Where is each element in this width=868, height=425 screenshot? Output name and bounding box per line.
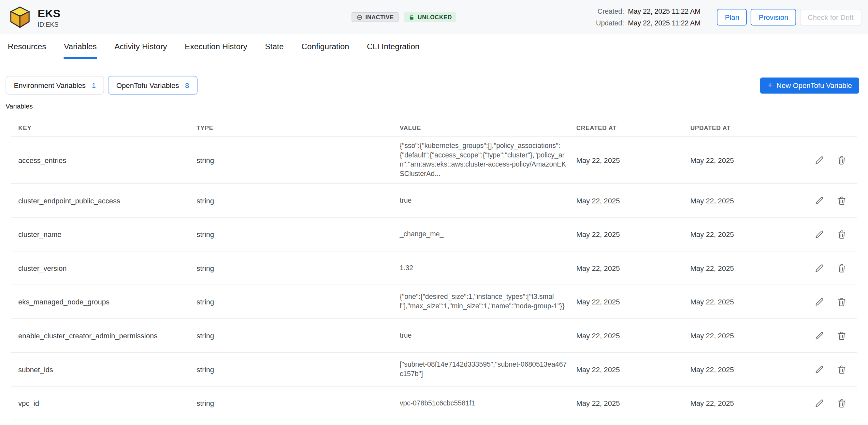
pencil-icon [815,297,824,307]
variable-value: ["subnet-08f14e7142d333595","subnet-0680… [400,356,577,383]
trash-icon [837,398,846,408]
variable-type-filters: Environment Variables 1 OpenTofu Variabl… [5,76,197,95]
tab-label: Activity History [114,42,167,51]
variable-created-at: May 22, 2025 [577,192,690,209]
delete-variable-button[interactable] [836,154,847,166]
variable-type: string [196,327,400,344]
variable-value: {"one":{"desired_size":1,"instance_types… [400,288,577,315]
eks-logo-icon [8,5,32,29]
edit-variable-button[interactable] [814,229,826,240]
variable-key: subnet_ids [18,361,196,378]
variables-table-body: access_entries string {"sso":{"kubernete… [11,137,857,420]
tab-label: Execution History [185,42,247,51]
pencil-icon [815,263,824,273]
header-actions: Plan Provision Check for Drift [717,9,862,25]
variable-value: 1.32 [400,259,577,277]
variable-updated-at: May 22, 2025 [690,192,804,209]
provision-button[interactable]: Provision [751,9,796,25]
edit-variable-button[interactable] [814,194,826,206]
row-actions [803,330,850,341]
tab-state[interactable]: State [265,34,284,59]
new-opentofu-variable-button[interactable]: + New OpenTofu Variable [760,77,859,93]
edit-variable-button[interactable] [814,262,826,274]
lock-badge-label: UNLOCKED [418,14,452,20]
tab-label: Variables [64,42,97,51]
table-row: cluster_version string 1.32 May 22, 2025… [11,251,857,285]
environment-header: EKS ID:EKS INACTIVE UNLOCKED Crea [0,0,868,34]
row-actions [803,397,850,409]
tab-configuration[interactable]: Configuration [301,34,349,59]
variable-key: enable_cluster_creator_admin_permissions [18,327,196,344]
tab-cli-integration[interactable]: CLI Integration [367,34,420,59]
column-header-key: KEY [18,124,196,131]
table-row: vpc_id string vpc-078b51c6cbc5581f1 May … [11,387,857,420]
delete-variable-button[interactable] [836,262,847,274]
edit-variable-button[interactable] [814,330,826,341]
tab-label: Resources [8,42,46,51]
trash-icon [837,297,846,307]
variable-type: string [196,395,400,412]
check-for-drift-button[interactable]: Check for Drift [800,9,862,25]
delete-variable-button[interactable] [836,229,847,240]
trash-icon [837,155,846,165]
row-actions [803,194,850,206]
table-row: access_entries string {"sso":{"kubernete… [11,137,857,184]
tab-execution-history[interactable]: Execution History [185,34,247,59]
filter-row: Environment Variables 1 OpenTofu Variabl… [5,76,863,95]
trash-icon [837,263,846,273]
variable-created-at: May 22, 2025 [577,395,690,412]
variable-value: _change_me_ [400,225,577,243]
table-row: cluster_endpoint_public_access string tr… [11,184,857,218]
variables-table: KEY TYPE VALUE CREATED AT UPDATED AT acc… [11,119,857,420]
edit-variable-button[interactable] [814,296,826,308]
page-title: EKS [38,7,61,20]
variable-value: true [400,191,577,210]
tab-activity-history[interactable]: Activity History [114,34,167,59]
tab-resources[interactable]: Resources [8,34,46,59]
trash-icon [837,331,846,340]
environment-id: ID:EKS [38,21,61,27]
delete-variable-button[interactable] [836,296,847,308]
column-header-type: TYPE [196,124,400,131]
variable-key: vpc_id [18,395,196,412]
table-row: enable_cluster_creator_admin_permissions… [11,319,857,353]
filter-tab-label: Environment Variables [14,81,86,89]
delete-variable-button[interactable] [836,363,847,375]
plus-icon: + [767,81,773,89]
plan-button[interactable]: Plan [717,9,747,25]
table-row: cluster_name string _change_me_ May 22, … [11,218,857,252]
variable-updated-at: May 22, 2025 [690,293,804,311]
variables-section-label: Variables [5,102,863,110]
variable-updated-at: May 22, 2025 [690,361,804,378]
filter-tab-label: OpenTofu Variables [116,81,179,89]
trash-icon [837,196,846,205]
lock-badge: UNLOCKED [404,12,457,22]
variable-updated-at: May 22, 2025 [690,152,804,169]
delete-variable-button[interactable] [836,397,847,409]
tab-variables[interactable]: Variables [64,34,97,59]
edit-variable-button[interactable] [814,363,826,375]
delete-variable-button[interactable] [836,330,847,341]
title-block: EKS ID:EKS [38,7,61,27]
edit-variable-button[interactable] [814,397,826,409]
status-badge: INACTIVE [351,12,399,22]
variable-key: cluster_version [18,260,196,277]
delete-variable-button[interactable] [836,194,847,206]
table-row: subnet_ids string ["subnet-08f14e7142d33… [11,353,857,387]
pencil-icon [815,398,824,408]
variable-key: access_entries [18,152,196,169]
filter-tab-opentofu-variables[interactable]: OpenTofu Variables 8 [108,76,197,95]
variable-value: true [400,327,577,345]
variable-updated-at: May 22, 2025 [690,225,804,243]
created-label: Created: [596,7,624,15]
app: EKS ID:EKS INACTIVE UNLOCKED Crea [0,0,868,425]
new-opentofu-variable-label: New OpenTofu Variable [776,81,852,89]
created-value: May 22, 2025 11:22 AM [628,7,701,15]
variable-updated-at: May 22, 2025 [690,327,804,344]
variable-created-at: May 22, 2025 [577,260,690,277]
filter-tab-environment-variables[interactable]: Environment Variables 1 [5,76,104,95]
edit-variable-button[interactable] [814,154,826,166]
pencil-icon [815,331,824,340]
tab-label: State [265,42,284,51]
variable-updated-at: May 22, 2025 [690,260,804,277]
